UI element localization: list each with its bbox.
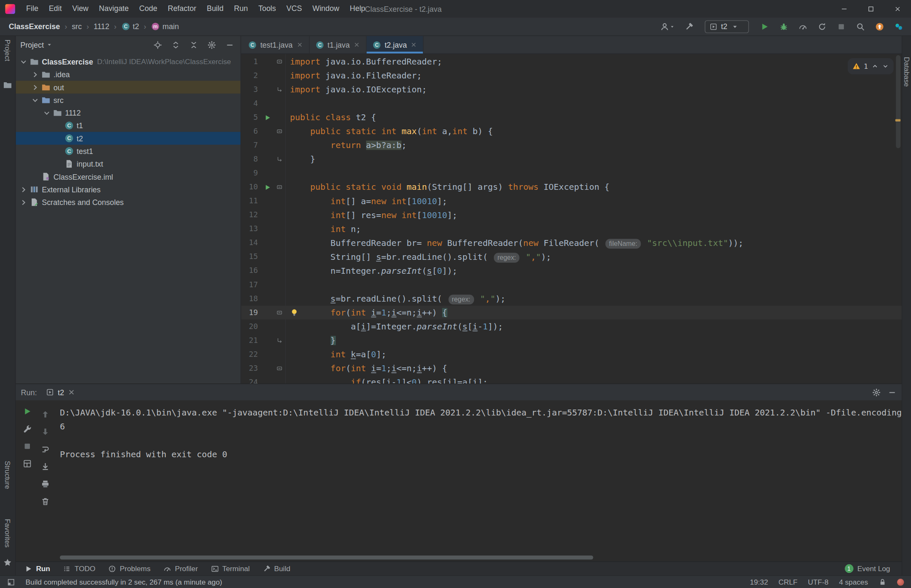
hammer-button[interactable] (683, 20, 695, 33)
gear-icon[interactable] (872, 388, 881, 397)
chevron-right-icon[interactable] (19, 198, 28, 207)
prev-problem-button[interactable] (871, 63, 879, 70)
editor-line-21[interactable]: 21 } (241, 334, 902, 348)
chevron-right-icon[interactable] (31, 70, 40, 79)
chevron-right-icon[interactable] (31, 83, 40, 92)
minimize-button[interactable] (831, 0, 857, 17)
fold-close-icon[interactable] (276, 86, 283, 93)
update-badge-button[interactable] (873, 20, 886, 33)
inspections-widget[interactable]: 1 (848, 58, 894, 75)
expand-all-button[interactable] (169, 38, 182, 51)
debug-bug-button[interactable] (777, 20, 790, 33)
chevron-down-icon[interactable] (31, 96, 40, 105)
tool-window-button-todo[interactable]: TODO (57, 562, 102, 575)
run-config-select[interactable]: t2 (705, 20, 749, 33)
editor-line-8[interactable]: 8 } (241, 152, 902, 166)
project-view-selector[interactable]: Project (20, 40, 53, 49)
run-console-output[interactable]: D:\JAVA\jdk-16.0.1\bin\java.exe "-javaag… (54, 400, 902, 561)
maximize-button[interactable] (857, 0, 884, 17)
menu-navigate[interactable]: Navigate (94, 0, 134, 17)
fold-open-icon[interactable] (276, 365, 283, 372)
tree-item-ClassExercise[interactable]: ClassExerciseD:\IntelliJ IDEA\WorkPlace\… (16, 55, 240, 68)
run-gutter-icon[interactable] (264, 114, 270, 121)
editor-line-20[interactable]: 20 a[i]=Integer.parseInt(s[i-1]); (241, 320, 902, 334)
tool-window-button-build[interactable]: Build (256, 562, 296, 575)
print-button[interactable] (39, 477, 51, 490)
run-gutter-icon[interactable] (264, 184, 270, 190)
tree-item-Scratches and Consoles[interactable]: Scratches and Consoles (16, 196, 240, 208)
editor-line-24[interactable]: 24 if(res[i-1]<0) res[i]=a[i]; (241, 375, 902, 383)
collapse-all-button[interactable] (187, 38, 200, 51)
menu-file[interactable]: File (21, 0, 44, 17)
editor-line-19[interactable]: 19 for(int i=1;i<=n;i++) { (241, 306, 902, 320)
editor-line-23[interactable]: 23 for(int i=1;i<=n;i++) { (241, 361, 902, 375)
soft-wrap-button[interactable] (39, 443, 51, 456)
tab-t1.java[interactable]: Ct1.java (310, 36, 367, 53)
editor-line-14[interactable]: 14 BufferedReader br= new BufferedReader… (241, 236, 902, 250)
next-problem-button[interactable] (882, 63, 889, 70)
editor-line-2[interactable]: 2import java.io.FileReader; (241, 69, 902, 83)
minus-button[interactable] (223, 38, 236, 51)
editor-line-6[interactable]: 6 public static int max(int a,int b) { (241, 124, 902, 138)
menu-vcs[interactable]: VCS (281, 0, 307, 17)
chevron-right-icon[interactable] (19, 185, 28, 194)
editor-line-9[interactable]: 9 (241, 166, 902, 180)
indent-indicator[interactable]: 4 spaces (839, 578, 868, 586)
caret-position-indicator[interactable]: 19:32 (750, 578, 768, 586)
tool-window-button-terminal[interactable]: Terminal (204, 562, 256, 575)
breadcrumb-t2[interactable]: Ct2 (118, 21, 142, 32)
tree-item-out[interactable]: out (16, 81, 240, 93)
tool-window-button-profiler[interactable]: Profiler (157, 562, 204, 575)
editor-line-5[interactable]: 5public class t2 { (241, 111, 902, 124)
tool-window-button-structure[interactable]: Structure (3, 461, 11, 489)
editor-line-4[interactable]: 4 (241, 97, 902, 111)
gear-button[interactable] (205, 38, 218, 51)
scroll-end-button[interactable] (39, 460, 51, 473)
tab-test1.java[interactable]: Ctest1.java (242, 36, 309, 53)
editor-line-7[interactable]: 7 return a>b?a:b; (241, 138, 902, 152)
fold-open-icon[interactable] (276, 309, 283, 316)
tool-window-button-database[interactable]: Database (903, 57, 911, 87)
code-editor[interactable]: 1 1import java.io.BufferedReader;2import… (241, 54, 902, 383)
editor-line-10[interactable]: 10 public static void main(String[] args… (241, 180, 902, 194)
line-separator-indicator[interactable]: CRLF (779, 578, 798, 586)
fold-open-icon[interactable] (276, 183, 283, 191)
tree-item-ClassExercise.iml[interactable]: ClassExercise.iml (16, 170, 240, 183)
chevron-down-icon[interactable] (19, 57, 28, 66)
event-log-button[interactable]: 1 Event Log (845, 564, 900, 573)
tree-item-.idea[interactable]: .idea (16, 68, 240, 81)
menu-view[interactable]: View (67, 0, 94, 17)
stop-button[interactable] (21, 440, 34, 453)
menu-edit[interactable]: Edit (43, 0, 67, 17)
close-icon[interactable] (353, 41, 361, 49)
tree-item-t2[interactable]: Ct2 (16, 132, 240, 145)
down-arrow-button[interactable] (39, 425, 51, 438)
breadcrumb-ClassExercise[interactable]: ClassExercise (6, 21, 63, 32)
tree-item-test1[interactable]: Ctest1 (16, 145, 240, 157)
breadcrumb-src[interactable]: src (69, 21, 85, 32)
lock-icon[interactable] (879, 578, 887, 586)
close-icon[interactable] (410, 41, 418, 49)
run-tab-t2[interactable]: t2 (44, 384, 78, 401)
trash-button[interactable] (39, 495, 51, 508)
up-arrow-button[interactable] (39, 408, 51, 421)
tool-window-switcher-icon[interactable] (7, 578, 15, 586)
tool-window-button-favorites[interactable]: Favorites (3, 519, 11, 548)
play-button[interactable] (758, 20, 771, 33)
rerun-button[interactable] (21, 405, 34, 418)
tree-item-External Libraries[interactable]: External Libraries (16, 183, 240, 196)
run-line-gutter[interactable] (261, 184, 274, 190)
grid-button[interactable] (21, 457, 34, 470)
console-horizontal-scrollbar[interactable] (60, 556, 593, 560)
editor-line-13[interactable]: 13 int n; (241, 222, 902, 236)
warning-stripe-mark[interactable] (895, 119, 900, 121)
editor-line-3[interactable]: 3import java.io.IOException; (241, 83, 902, 97)
user-button[interactable] (659, 20, 676, 33)
menu-run[interactable]: Run (229, 0, 253, 17)
menu-window[interactable]: Window (307, 0, 345, 17)
menu-code[interactable]: Code (134, 0, 163, 17)
tab-t2.java[interactable]: Ct2.java (367, 36, 423, 53)
close-icon[interactable] (67, 388, 75, 396)
profiler-button[interactable] (797, 20, 809, 33)
tree-item-t1[interactable]: Ct1 (16, 119, 240, 132)
